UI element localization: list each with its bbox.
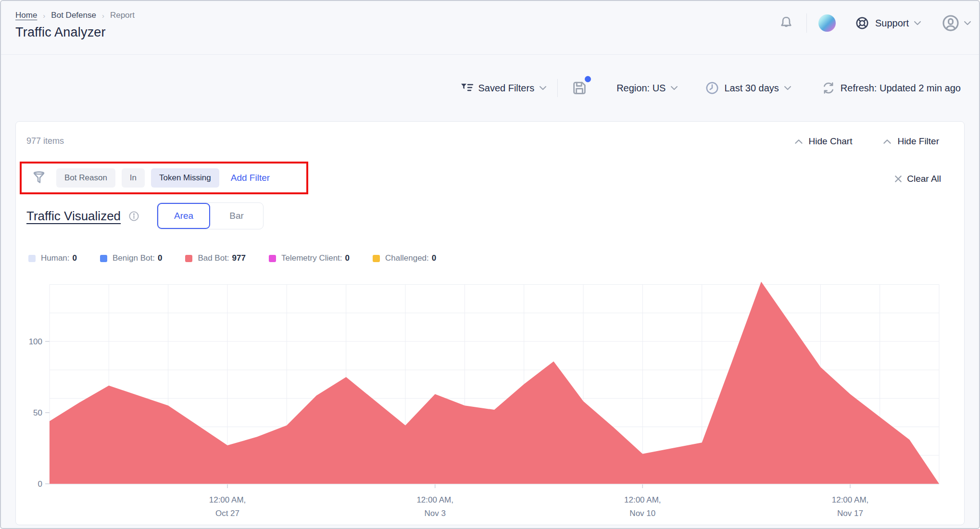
legend-label: Human:	[41, 253, 70, 263]
legend-value: 977	[232, 253, 246, 263]
view-toggles: Hide Chart Hide Filter	[794, 136, 939, 147]
svg-text:0: 0	[38, 479, 42, 489]
region-label: Region: US	[616, 83, 666, 94]
chart-legend: Human: 0 Benign Bot: 0 Bad Bot: 977 Tele…	[28, 253, 436, 263]
chevron-up-icon	[883, 139, 892, 144]
svg-text:12:00 AM,: 12:00 AM,	[209, 495, 246, 504]
breadcrumb-home[interactable]: Home	[15, 11, 37, 20]
legend-item-telemetry-client: Telemetry Client: 0	[269, 253, 350, 263]
close-icon	[894, 175, 902, 183]
breadcrumb-separator: ›	[43, 12, 45, 20]
legend-label: Benign Bot:	[113, 253, 155, 263]
svg-text:Nov 10: Nov 10	[629, 509, 655, 518]
account-menu[interactable]	[942, 14, 971, 32]
page-title: Traffic Analyzer	[15, 25, 106, 40]
toggle-area-button[interactable]: Area	[157, 203, 210, 229]
filter-list-icon	[461, 83, 473, 93]
legend-swatch-human	[28, 255, 36, 262]
svg-text:12:00 AM,: 12:00 AM,	[624, 495, 661, 504]
legend-swatch-bad-bot	[185, 255, 192, 262]
refresh-icon	[821, 81, 836, 95]
assistant-avatar[interactable]	[818, 14, 836, 32]
section-title[interactable]: Traffic Visualized	[26, 209, 121, 224]
report-toolbar: Saved Filters Region: US	[1, 55, 979, 121]
legend-item-challenged: Challenged: 0	[373, 253, 436, 263]
breadcrumb-separator: ›	[102, 12, 104, 20]
chevron-down-icon	[964, 21, 971, 25]
chevron-up-icon	[794, 139, 803, 144]
refresh-button[interactable]: Refresh: Updated 2 min ago	[821, 81, 961, 95]
breadcrumb: Home › Bot Defense › Report	[15, 11, 135, 20]
filter-bar-annotation: Bot Reason In Token Missing Add Filter	[20, 162, 308, 194]
traffic-chart: 05010012:00 AM,Oct 2712:00 AM,Nov 312:00…	[16, 275, 966, 526]
chevron-down-icon	[784, 86, 792, 90]
legend-value: 0	[73, 253, 77, 263]
chart-type-toggle: Area Bar	[157, 202, 264, 229]
region-dropdown[interactable]: Region: US	[616, 83, 678, 94]
legend-value: 0	[345, 253, 350, 263]
filter-field-chip[interactable]: Bot Reason	[56, 168, 115, 188]
legend-value: 0	[432, 253, 436, 263]
header-actions: Support	[779, 13, 971, 33]
support-label: Support	[875, 18, 909, 29]
breadcrumb-report: Report	[110, 11, 135, 20]
items-count: 977 items	[26, 136, 64, 146]
traffic-chart-area: 05010012:00 AM,Oct 2712:00 AM,Nov 312:00…	[16, 275, 964, 526]
hide-filter-label: Hide Filter	[897, 136, 939, 147]
saved-filters-label: Saved Filters	[478, 83, 534, 94]
legend-item-human: Human: 0	[28, 253, 77, 263]
toggle-bar-button[interactable]: Bar	[210, 203, 263, 229]
report-card: 977 items Hide Chart Hide Filter	[15, 121, 965, 525]
clear-all-button[interactable]: Clear All	[894, 174, 941, 184]
add-filter-button[interactable]: Add Filter	[231, 173, 270, 183]
saved-filters-dropdown[interactable]: Saved Filters	[461, 83, 547, 94]
info-icon[interactable]	[128, 211, 139, 222]
funnel-icon	[31, 170, 47, 186]
user-icon	[942, 14, 960, 32]
time-range-label: Last 30 days	[724, 83, 779, 94]
legend-item-benign-bot: Benign Bot: 0	[100, 253, 162, 263]
toolbar-divider	[557, 79, 558, 97]
svg-text:12:00 AM,: 12:00 AM,	[416, 495, 453, 504]
svg-text:Nov 17: Nov 17	[837, 509, 863, 518]
chevron-down-icon	[914, 21, 921, 25]
hide-chart-button[interactable]: Hide Chart	[794, 136, 853, 147]
legend-label: Bad Bot:	[198, 253, 229, 263]
legend-label: Telemetry Client:	[281, 253, 342, 263]
legend-label: Challenged:	[385, 253, 429, 263]
svg-text:Oct 27: Oct 27	[215, 509, 239, 518]
legend-swatch-telemetry-client	[269, 255, 276, 262]
hide-filter-button[interactable]: Hide Filter	[883, 136, 939, 147]
page-header: Home › Bot Defense › Report Traffic Anal…	[1, 1, 979, 55]
legend-swatch-challenged	[373, 255, 380, 262]
hide-chart-label: Hide Chart	[809, 136, 853, 147]
legend-value: 0	[158, 253, 162, 263]
refresh-label: Refresh: Updated 2 min ago	[841, 83, 961, 94]
time-range-dropdown[interactable]: Last 30 days	[705, 81, 791, 95]
breadcrumb-bot-defense[interactable]: Bot Defense	[51, 11, 96, 20]
chart-section-header: Traffic Visualized Area Bar	[26, 202, 264, 229]
filter-operator-chip[interactable]: In	[122, 168, 145, 188]
chevron-down-icon	[670, 86, 678, 90]
chevron-down-icon	[539, 86, 547, 90]
svg-text:12:00 AM,: 12:00 AM,	[832, 495, 869, 504]
clear-all-label: Clear All	[907, 174, 941, 184]
legend-item-bad-bot: Bad Bot: 977	[185, 253, 246, 263]
clock-icon	[705, 81, 719, 95]
notification-dot	[585, 76, 591, 82]
life-ring-icon	[855, 16, 869, 30]
app-window: Home › Bot Defense › Report Traffic Anal…	[0, 0, 980, 529]
header-divider	[806, 13, 807, 33]
save-filter-button[interactable]	[571, 80, 588, 96]
svg-text:100: 100	[29, 337, 42, 346]
filter-value-chip[interactable]: Token Missing	[151, 168, 219, 188]
svg-text:50: 50	[33, 408, 42, 417]
support-menu[interactable]: Support	[855, 16, 921, 30]
legend-swatch-benign-bot	[100, 255, 107, 262]
svg-text:Nov 3: Nov 3	[424, 509, 445, 518]
bell-icon[interactable]	[779, 15, 794, 31]
